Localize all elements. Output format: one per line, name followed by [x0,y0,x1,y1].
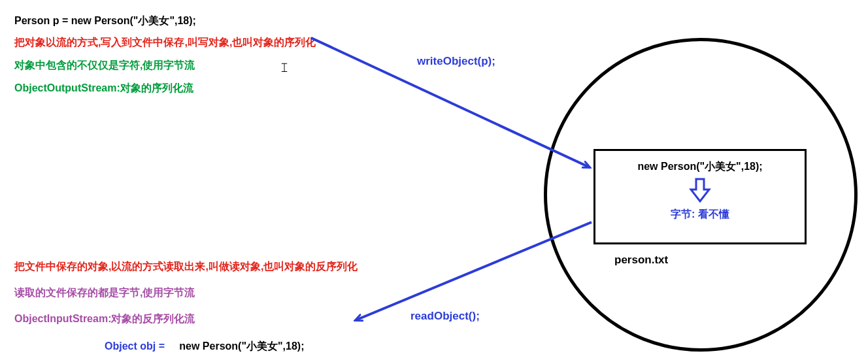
read-arrow [356,222,592,320]
arrows-layer [0,0,868,364]
write-arrow [311,38,590,167]
